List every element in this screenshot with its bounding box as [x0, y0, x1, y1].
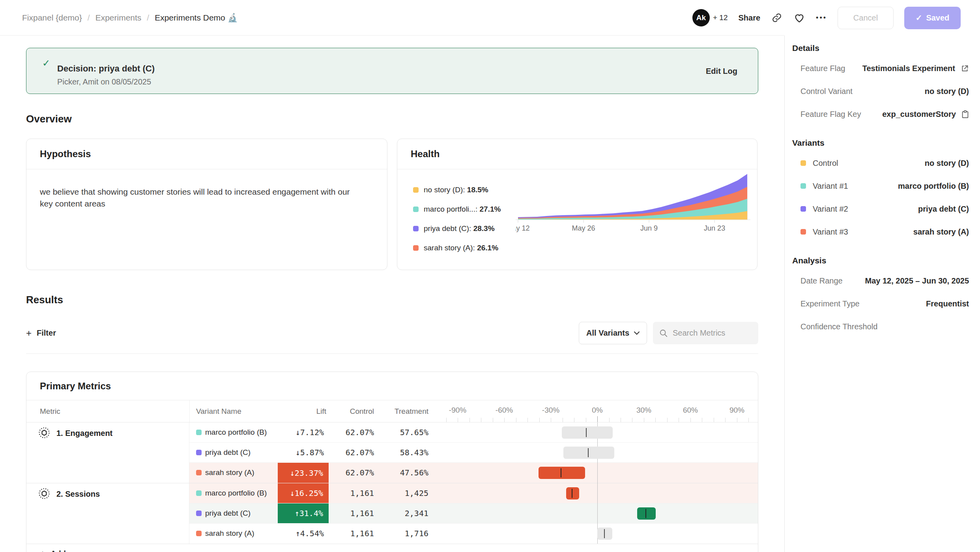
treatment-value: 1,716	[374, 529, 428, 538]
share-button[interactable]: Share	[739, 13, 761, 23]
lift-mean-tick	[588, 448, 589, 457]
variant-swatch	[196, 450, 202, 455]
variant-row[interactable]: priya debt (C)↓5.87%62.07%58.43%	[189, 443, 758, 463]
details-row: Feature FlagTestimonials Experiment	[792, 57, 969, 80]
control-value: 1,161	[329, 488, 374, 498]
results-toolbar: + Filter All Variants	[26, 322, 758, 344]
variant-slot-label: Variant #1	[813, 182, 848, 191]
variant-slot-label: Variant #3	[813, 227, 848, 237]
add-metric-button[interactable]: + Add	[26, 544, 758, 552]
metric-cell[interactable]: 2. Sessions	[26, 483, 189, 544]
search-metrics-input[interactable]	[673, 329, 748, 338]
legend-swatch	[413, 207, 419, 212]
decision-subtitle: Picker, Amit on 08/05/2025	[57, 77, 155, 86]
analysis-row: Date RangeMay 12, 2025 – Jun 30, 2025	[792, 269, 969, 292]
decision-title: Decision: priya debt (C)	[57, 64, 155, 74]
analysis-value: Frequentist	[926, 299, 969, 308]
legend-item: no story (D): 18.5%	[413, 186, 501, 194]
details-heading: Details	[792, 43, 969, 53]
saved-check-icon: ✓	[916, 13, 922, 23]
cancel-button[interactable]: Cancel	[838, 7, 894, 29]
breadcrumb-item[interactable]: Experiments	[95, 13, 142, 23]
legend-swatch	[413, 226, 419, 231]
breadcrumb-separator: /	[147, 13, 149, 23]
variant-assignment-row: Controlno story (D)	[792, 152, 969, 175]
lift-value: ↓7.12%	[260, 428, 324, 437]
external-link-icon[interactable]	[961, 64, 969, 73]
hypothesis-title: Hypothesis	[26, 139, 387, 169]
favorite-heart-icon[interactable]	[793, 12, 805, 24]
variants-rows: Controlno story (D)Variant #1marco portf…	[792, 152, 969, 243]
zero-axis-line	[597, 422, 598, 544]
main-content: ✓ Decision: priya debt (C) Picker, Amit …	[0, 36, 784, 552]
primary-metrics-title: Primary Metrics	[26, 372, 758, 400]
variant-swatch	[196, 511, 202, 516]
control-value: 1,161	[329, 509, 374, 518]
axis-label: 90%	[719, 406, 755, 415]
axis-ruler	[439, 416, 758, 422]
breadcrumb: Fixpanel {demo}/Experiments/Experiments …	[0, 13, 238, 23]
copy-icon[interactable]	[961, 110, 969, 118]
saved-button[interactable]: ✓ Saved	[904, 7, 961, 29]
detail-value: no story (D)	[925, 87, 969, 96]
control-value: 62.07%	[329, 428, 374, 437]
treatment-value: 58.43%	[374, 448, 428, 457]
copy-link-icon[interactable]	[771, 12, 783, 24]
variant-row[interactable]: priya debt (C)↑31.4%1,1612,341	[189, 503, 758, 524]
health-card: Health no story (D): 18.5%marco portfoli…	[397, 139, 757, 270]
saved-label: Saved	[926, 13, 949, 23]
lift-mean-tick	[586, 428, 587, 437]
variant-name: marco portfolio (B)	[205, 428, 267, 437]
detail-label: Feature Flag	[800, 64, 845, 73]
treatment-value: 2,341	[374, 509, 428, 518]
lift-value: ↑4.54%	[260, 529, 324, 538]
lift-mean-tick	[561, 468, 561, 477]
variant-value: priya debt (C)	[918, 205, 969, 214]
variant-row[interactable]: marco portfolio (B)↓7.12%62.07%57.65%	[189, 422, 758, 443]
axis-label: -30%	[533, 406, 569, 415]
variant-color-swatch	[800, 160, 806, 166]
breadcrumb-item[interactable]: Fixpanel {demo}	[22, 13, 82, 23]
chevron-down-icon	[634, 331, 640, 335]
confidence-interval-bar	[562, 426, 613, 439]
more-menu-button[interactable]: •••	[816, 14, 827, 22]
control-value: 62.07%	[329, 468, 374, 477]
lift-mean-tick	[645, 509, 646, 518]
variant-name: priya debt (C)	[205, 509, 251, 518]
overview-heading: Overview	[26, 113, 784, 125]
metrics-search[interactable]	[653, 322, 758, 344]
details-row: Control Variantno story (D)	[792, 80, 969, 103]
detail-value: Testimonials Experiment	[862, 64, 955, 73]
column-header: Metric	[40, 407, 60, 416]
variant-row[interactable]: sarah story (A)↑4.54%1,1611,716	[189, 524, 758, 544]
filter-label: Filter	[37, 329, 56, 338]
legend-item: priya debt (C): 28.3%	[413, 224, 501, 233]
axis-label: 60%	[673, 406, 708, 415]
decision-banner: ✓ Decision: priya debt (C) Picker, Amit …	[26, 48, 758, 94]
hypothesis-body: we believe that showing customer stories…	[26, 169, 374, 210]
lift-chip: ↓16.25%	[278, 483, 329, 503]
variant-color-swatch	[800, 229, 806, 235]
collaborators[interactable]: Ak + 12	[692, 9, 728, 26]
analysis-value: May 12, 2025 – Jun 30, 2025	[865, 276, 969, 285]
top-bar-divider	[0, 35, 784, 36]
metric-column-divider	[189, 400, 190, 422]
primary-metrics-card: Primary Metrics MetricVariant NameLiftCo…	[26, 372, 758, 552]
lift-mean-tick	[604, 529, 605, 538]
variant-value: no story (D)	[925, 159, 969, 168]
control-value: 62.07%	[329, 448, 374, 457]
variants-dropdown[interactable]: All Variants	[579, 322, 647, 344]
variant-row[interactable]: sarah story (A)↓23.37%62.07%47.56%	[189, 463, 758, 483]
axis-label: 30%	[626, 406, 662, 415]
avatar[interactable]: Ak	[692, 9, 710, 26]
plus-icon: +	[26, 328, 32, 339]
add-filter-button[interactable]: + Filter	[26, 328, 56, 339]
metric-cell[interactable]: 1. Engagement	[26, 422, 189, 483]
details-rows: Feature FlagTestimonials ExperimentContr…	[792, 57, 969, 126]
results-divider	[26, 353, 758, 354]
edit-log-button[interactable]: Edit Log	[706, 66, 737, 75]
breadcrumb-item: Experiments Demo 🔬	[155, 13, 238, 23]
svg-text:May 26: May 26	[572, 224, 595, 232]
lift-chip: ↑31.4%	[278, 503, 329, 523]
variant-row[interactable]: marco portfolio (B)↓16.25%1,1611,425	[189, 483, 758, 503]
